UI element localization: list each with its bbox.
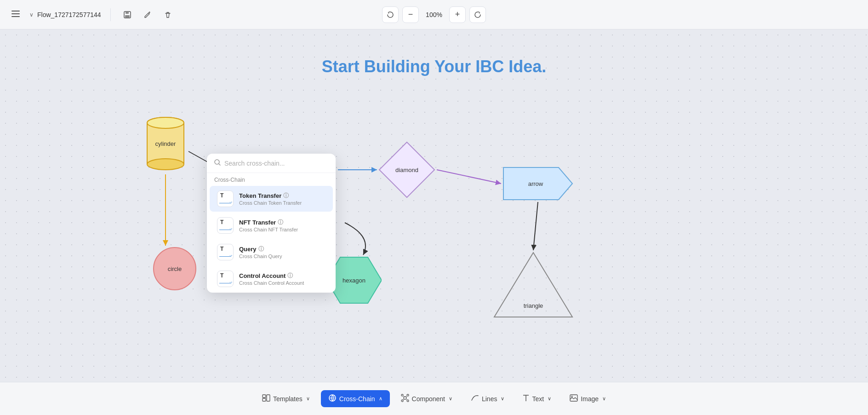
svg-line-39: [406, 396, 407, 397]
canvas-title: Start Building Your IBC Idea.: [322, 57, 547, 76]
item-text-1: NFT Transfer ⓘ Cross Chain NFT Transfer: [239, 219, 326, 232]
svg-point-36: [401, 400, 403, 402]
svg-point-34: [401, 394, 403, 396]
svg-rect-26: [263, 395, 266, 398]
lines-icon: [471, 394, 479, 403]
svg-point-45: [571, 396, 573, 398]
lines-label: Lines: [482, 395, 497, 403]
info-icon-1: ⓘ: [278, 219, 283, 226]
section-label: Cross-Chain: [207, 173, 336, 185]
templates-chevron: ∨: [306, 396, 310, 402]
items-list: T Token Transfer ⓘ Cross Chain Token Tra…: [207, 185, 336, 293]
edit-button[interactable]: [140, 7, 155, 22]
toolbar-separator: [110, 8, 111, 21]
triangle-shape[interactable]: triangle: [492, 250, 575, 322]
templates-label: Templates: [273, 395, 303, 403]
text-button[interactable]: Text ∨: [515, 391, 559, 407]
save-button[interactable]: [120, 7, 135, 22]
flow-name-area[interactable]: ∨ Flow_1727172577144: [29, 11, 101, 18]
redo-button[interactable]: [469, 6, 486, 23]
info-icon-3: ⓘ: [287, 272, 293, 280]
svg-rect-28: [267, 395, 270, 401]
zoom-value: 100%: [423, 11, 445, 18]
item-title-1: NFT Transfer ⓘ: [239, 219, 326, 226]
search-area: [207, 154, 336, 173]
svg-line-10: [533, 202, 538, 250]
item-icon-box-0: T: [217, 190, 234, 207]
info-icon-0: ⓘ: [283, 192, 289, 200]
svg-line-9: [437, 170, 501, 184]
diamond-shape[interactable]: diamond: [377, 140, 437, 200]
svg-point-16: [147, 117, 184, 128]
image-chevron: ∨: [602, 396, 606, 402]
svg-text:cylinder: cylinder: [155, 140, 176, 147]
item-title-3: Control Account ⓘ: [239, 272, 326, 280]
cylinder-shape[interactable]: cylinder: [143, 110, 188, 174]
lines-button[interactable]: Lines ∨: [463, 390, 512, 407]
item-title-0: Token Transfer ⓘ: [239, 192, 326, 200]
circle-shape[interactable]: circle: [152, 246, 198, 292]
svg-rect-1: [11, 13, 20, 14]
crosschain-icon: [328, 394, 337, 403]
menu-button[interactable]: [7, 6, 24, 23]
item-text-3: Control Account ⓘ Cross Chain Control Ac…: [239, 272, 326, 286]
lines-chevron: ∨: [501, 396, 504, 402]
info-icon-2: ⓘ: [258, 245, 264, 253]
flow-name-text: Flow_1727172577144: [37, 11, 101, 18]
component-icon: [401, 394, 409, 403]
crosschain-button[interactable]: Cross-Chain ∧: [321, 390, 390, 407]
bottom-toolbar: Templates ∨ Cross-Chain ∧: [0, 382, 868, 415]
svg-line-25: [219, 164, 220, 165]
text-label: Text: [532, 395, 544, 403]
delete-button[interactable]: [160, 7, 175, 22]
svg-rect-27: [263, 398, 266, 401]
svg-point-37: [407, 400, 409, 402]
item-desc-1: Cross Chain NFT Transfer: [239, 227, 326, 232]
list-item-3[interactable]: T Control Account ⓘ Cross Chain Control …: [210, 266, 333, 292]
svg-rect-5: [125, 15, 130, 17]
svg-rect-4: [126, 12, 129, 14]
svg-line-41: [406, 399, 407, 400]
component-button[interactable]: Component ∨: [394, 390, 460, 407]
zoom-in-button[interactable]: +: [449, 6, 466, 23]
image-button[interactable]: Image ∨: [562, 391, 613, 407]
crosschain-chevron: ∧: [379, 396, 383, 402]
image-icon: [570, 394, 578, 403]
top-toolbar: ∨ Flow_1727172577144 −: [0, 0, 868, 29]
image-label: Image: [581, 395, 599, 403]
arrow-pentagon-shape[interactable]: arrow: [501, 165, 575, 202]
item-text-2: Query ⓘ Cross Chain Query: [239, 245, 326, 259]
zoom-minus-icon: −: [408, 10, 413, 19]
svg-point-35: [407, 394, 409, 396]
flow-chevron-icon: ∨: [29, 12, 34, 18]
list-item-2[interactable]: T Query ⓘ Cross Chain Query: [210, 239, 333, 265]
item-title-2: Query ⓘ: [239, 245, 326, 253]
item-icon-box-2: T: [217, 244, 234, 260]
zoom-plus-icon: +: [455, 10, 460, 19]
search-input[interactable]: [224, 160, 328, 167]
item-desc-0: Cross Chain Token Transfer: [239, 200, 326, 206]
list-item-1[interactable]: T NFT Transfer ⓘ Cross Chain NFT Transfe…: [210, 213, 333, 238]
list-item-0[interactable]: T Token Transfer ⓘ Cross Chain Token Tra…: [210, 186, 333, 212]
svg-line-38: [403, 396, 404, 397]
zoom-controls: − 100% +: [382, 6, 486, 23]
svg-text:diamond: diamond: [395, 167, 418, 173]
svg-rect-2: [11, 16, 20, 17]
item-desc-3: Cross Chain Control Account: [239, 280, 326, 286]
templates-button[interactable]: Templates ∨: [255, 391, 317, 407]
zoom-out-button[interactable]: −: [402, 6, 419, 23]
svg-line-7: [188, 151, 209, 163]
crosschain-label: Cross-Chain: [339, 395, 375, 403]
connections-svg: [0, 29, 868, 382]
undo-button[interactable]: [382, 6, 399, 23]
item-icon-box-3: T: [217, 271, 234, 287]
svg-text:triangle: triangle: [524, 302, 543, 309]
templates-icon: [262, 394, 270, 403]
component-chevron: ∨: [449, 396, 452, 402]
item-desc-2: Cross Chain Query: [239, 254, 326, 259]
svg-point-13: [147, 159, 184, 170]
search-icon: [214, 159, 221, 167]
svg-text:hexagon: hexagon: [343, 277, 365, 284]
canvas[interactable]: Start Building Your IBC Idea.: [0, 29, 868, 382]
item-text-0: Token Transfer ⓘ Cross Chain Token Trans…: [239, 192, 326, 206]
